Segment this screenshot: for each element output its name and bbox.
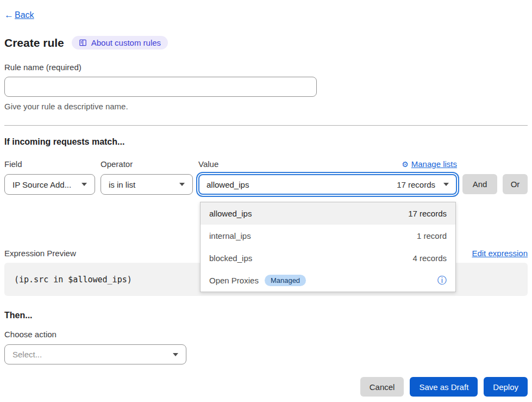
list-record-count: 17 records: [408, 209, 447, 218]
condition-selects-row: IP Source Add... is in list allowed_ips …: [4, 174, 528, 195]
manage-lists-label: Manage lists: [411, 159, 457, 169]
cancel-button[interactable]: Cancel: [360, 377, 404, 397]
arrow-left-icon: ←: [4, 10, 14, 21]
value-select-wrap: allowed_ips 17 records allowed_ips 17 re…: [198, 174, 457, 195]
dropdown-item-internal-ips[interactable]: internal_ips 1 record: [201, 225, 455, 247]
action-select[interactable]: Select...: [4, 344, 186, 364]
manage-lists-link[interactable]: ⚙ Manage lists: [402, 159, 457, 169]
back-link-label: Back: [15, 10, 34, 20]
action-select-placeholder: Select...: [12, 350, 42, 359]
info-icon[interactable]: ⓘ: [437, 276, 447, 285]
rule-name-input[interactable]: [4, 77, 317, 97]
list-name: blocked_ips: [209, 253, 252, 263]
or-button[interactable]: Or: [503, 174, 528, 194]
gear-icon: ⚙: [402, 160, 409, 169]
chevron-down-icon: [82, 183, 87, 186]
expression-code: (ip.src in $allowed_ips): [14, 275, 132, 285]
save-as-draft-button[interactable]: Save as Draft: [410, 377, 478, 397]
footer-actions: Cancel Save as Draft Deploy: [4, 377, 528, 397]
value-select-record-count: 17 records: [397, 180, 435, 189]
operator-select[interactable]: is in list: [101, 174, 193, 195]
value-select[interactable]: allowed_ips 17 records: [198, 174, 457, 195]
condition-labels-row: Field Operator Value ⚙ Manage lists: [4, 159, 528, 169]
expression-preview-label: Expression Preview: [4, 249, 76, 258]
back-link[interactable]: ←Back: [4, 10, 34, 21]
value-label: Value: [198, 159, 218, 169]
operator-select-value: is in list: [109, 180, 135, 189]
edit-expression-link[interactable]: Edit expression: [472, 249, 528, 258]
field-select[interactable]: IP Source Add...: [4, 174, 95, 195]
dropdown-item-open-proxies[interactable]: Open Proxies Managed ⓘ: [201, 269, 455, 292]
list-name: internal_ips: [209, 231, 251, 240]
list-name: allowed_ips: [209, 209, 252, 218]
chevron-down-icon: [443, 183, 449, 186]
title-row: Create rule About custom rules: [4, 36, 528, 50]
chevron-down-icon: [173, 353, 178, 356]
deploy-button[interactable]: Deploy: [484, 377, 528, 397]
chevron-down-icon: [179, 183, 185, 186]
create-rule-page: ←Back Create rule About custom rules Rul…: [0, 0, 532, 402]
list-name: Open Proxies: [209, 276, 259, 285]
field-label: Field: [4, 159, 95, 169]
list-record-count: 1 record: [417, 231, 447, 240]
match-section-heading: If incoming requests match...: [4, 137, 528, 147]
section-divider: [4, 125, 528, 126]
book-icon: [79, 39, 87, 47]
list-record-count: 4 records: [412, 253, 447, 263]
and-button[interactable]: And: [462, 174, 497, 194]
value-select-value: allowed_ips: [206, 180, 249, 189]
choose-action-label: Choose action: [4, 330, 528, 339]
rule-name-label: Rule name (required): [4, 63, 528, 72]
field-select-value: IP Source Add...: [12, 180, 71, 189]
then-section-heading: Then...: [4, 311, 528, 320]
about-custom-rules-link[interactable]: About custom rules: [72, 36, 168, 50]
dropdown-item-blocked-ips[interactable]: blocked_ips 4 records: [201, 247, 455, 269]
operator-label: Operator: [101, 159, 193, 169]
rule-name-helper: Give your rule a descriptive name.: [4, 102, 528, 111]
managed-badge: Managed: [265, 275, 306, 286]
about-custom-rules-label: About custom rules: [91, 38, 161, 47]
page-title: Create rule: [4, 36, 64, 50]
dropdown-item-allowed-ips[interactable]: allowed_ips 17 records: [201, 202, 455, 225]
list-dropdown: allowed_ips 17 records internal_ips 1 re…: [200, 202, 456, 292]
